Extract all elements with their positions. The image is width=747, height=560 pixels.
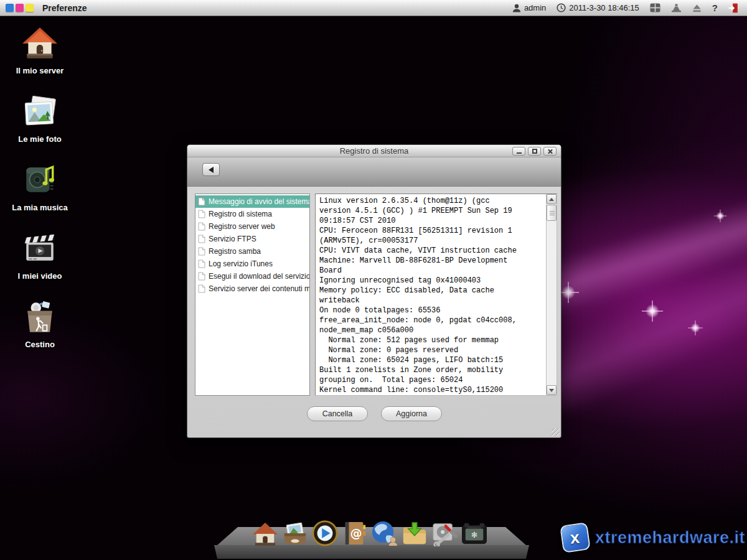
house-icon <box>22 25 58 61</box>
disk-utility-icon <box>431 520 458 546</box>
windows-grid-icon[interactable] <box>650 3 660 12</box>
desktop-icon-my-videos[interactable]: I miei video <box>7 230 72 281</box>
window-toolbar <box>187 157 561 187</box>
user-icon <box>512 4 521 12</box>
datetime-label: 2011-3-30 18:46:15 <box>569 3 639 12</box>
watermark-x-badge-icon: x <box>560 522 591 553</box>
wallpaper-sparkle <box>642 301 663 322</box>
system-log-window: Registro di sistema Messaggio di avvio d… <box>187 144 561 438</box>
maximize-icon <box>532 149 537 154</box>
contacts-icon: @ <box>342 520 367 546</box>
media-player-icon <box>312 520 338 546</box>
dais-icon[interactable] <box>671 4 682 12</box>
dock-downloads[interactable] <box>401 519 428 546</box>
help-icon[interactable]: ? <box>712 2 718 13</box>
log-list-item[interactable]: Registro samba <box>195 245 309 258</box>
svg-text:@: @ <box>350 526 362 540</box>
scrollbar-thumb[interactable] <box>547 205 557 221</box>
arrow-up-icon <box>549 198 554 201</box>
close-button[interactable] <box>543 147 557 156</box>
dock-media-player[interactable] <box>311 519 339 546</box>
log-list-item-label: Registro samba <box>209 247 261 256</box>
refresh-button[interactable]: Aggiorna <box>381 406 442 421</box>
desktop-icon-my-music[interactable]: La mia musica <box>7 162 72 212</box>
minimize-button[interactable] <box>512 147 525 156</box>
dock-home[interactable] <box>251 519 279 546</box>
eject-icon[interactable] <box>692 4 702 12</box>
clock-display: 2011-3-30 18:46:15 <box>557 3 639 12</box>
maximize-button[interactable] <box>528 147 541 156</box>
dock-photos[interactable] <box>281 519 309 546</box>
desktop: Preferenze admin 2011-3-30 18:46:15 <box>0 0 747 560</box>
brand-logo-icon <box>6 4 34 12</box>
document-icon <box>198 210 205 218</box>
log-list-item[interactable]: Registro server web <box>195 220 309 233</box>
log-list-item-label: Log servizio iTunes <box>209 259 273 268</box>
log-list-item[interactable]: Servizio FTPS <box>195 233 309 245</box>
log-list-item[interactable]: Log servizio iTunes <box>195 258 309 270</box>
document-icon <box>198 284 205 293</box>
dock: @ <box>251 519 488 546</box>
log-list-item-label: Esegui il download del servizio <box>209 272 309 281</box>
document-icon <box>198 222 205 231</box>
cancel-button[interactable]: Cancella <box>307 406 368 421</box>
log-list-item[interactable]: Registro di sistema <box>195 208 309 220</box>
desktop-icon-label: I miei video <box>7 271 72 281</box>
desktop-icon-my-server[interactable]: Il mio server <box>7 25 72 75</box>
backup-device-icon: ✻ <box>461 521 488 546</box>
window-titlebar[interactable]: Registro di sistema <box>187 145 561 157</box>
desktop-icon-label: Il mio server <box>7 66 72 75</box>
scroll-up-button[interactable] <box>547 194 557 204</box>
watermark-text: xtremehardware.it <box>595 528 745 548</box>
log-list-item-label: Registro server web <box>209 222 275 231</box>
log-list-item[interactable]: Messaggio di avvio del sistema <box>195 195 309 208</box>
thumb-grip-icon <box>550 211 555 215</box>
log-content-panel: Linux version 2.6.35.4 (thom@11z) (gcc v… <box>315 194 557 396</box>
dock-backup-device[interactable]: ✻ <box>461 519 488 546</box>
photos-icon <box>22 93 58 129</box>
document-icon <box>198 197 205 206</box>
document-icon <box>198 259 205 268</box>
desktop-icon-trash[interactable]: Cestino <box>7 299 72 349</box>
user-label: admin <box>524 3 546 12</box>
dock-contacts[interactable]: @ <box>341 519 369 546</box>
home-icon <box>252 521 278 546</box>
log-list-item-label: Servizio server dei contenuti multimedia… <box>209 284 309 293</box>
log-list-panel: Messaggio di avvio del sistema Registro … <box>195 194 310 396</box>
document-icon <box>198 235 205 243</box>
scroll-down-button[interactable] <box>547 385 557 395</box>
dock-web[interactable] <box>371 519 398 546</box>
user-menu[interactable]: admin <box>512 3 546 12</box>
menubar: Preferenze admin 2011-3-30 18:46:15 <box>0 0 747 16</box>
logo-blue-square <box>6 4 14 12</box>
desktop-icon-label: La mia musica <box>7 203 72 212</box>
wallpaper-sparkle <box>714 210 726 222</box>
dock-disk-utility[interactable] <box>431 519 458 546</box>
log-list-item-label: Registro di sistema <box>209 210 272 218</box>
dock-platform-front <box>214 545 529 559</box>
web-icon <box>371 520 398 546</box>
watermark-x-letter: x <box>570 528 581 548</box>
log-list-item[interactable]: Esegui il download del servizio <box>195 270 309 282</box>
close-icon <box>547 149 553 154</box>
desktop-icon-label: Cestino <box>7 340 72 349</box>
log-list-item[interactable]: Servizio server dei contenuti multimedia… <box>195 282 309 295</box>
trash-icon <box>22 299 58 335</box>
xtremehardware-watermark: x xtremehardware.it <box>561 524 745 551</box>
back-button[interactable] <box>202 163 220 176</box>
document-icon <box>198 247 205 256</box>
menu-preferences[interactable]: Preferenze <box>42 3 87 13</box>
clock-icon <box>557 3 566 12</box>
logout-icon[interactable] <box>728 3 738 13</box>
back-arrow-icon <box>209 167 214 173</box>
desktop-icon-my-photos[interactable]: Le mie foto <box>7 93 72 144</box>
minimize-icon <box>517 152 522 154</box>
log-list-item-label: Servizio FTPS <box>209 235 256 243</box>
log-text: Linux version 2.6.35.4 (thom@11z) (gcc v… <box>319 196 545 395</box>
vertical-scrollbar[interactable] <box>546 194 557 395</box>
wallpaper-sparkle <box>688 320 703 335</box>
log-list-item-label: Messaggio di avvio del sistema <box>209 197 309 206</box>
document-icon <box>198 272 205 281</box>
svg-text:✻: ✻ <box>471 531 477 539</box>
resize-grip[interactable] <box>552 428 560 436</box>
